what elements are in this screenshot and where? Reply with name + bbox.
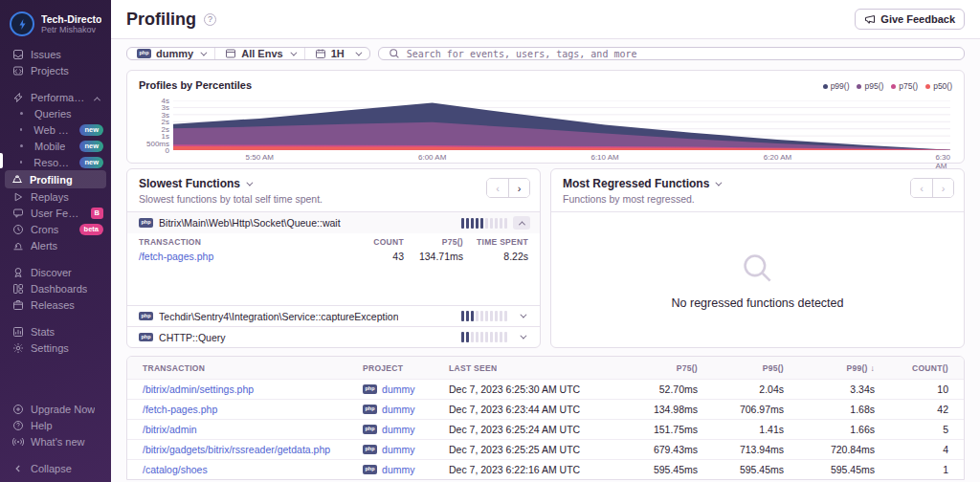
- sidebar-item-whats-new[interactable]: What's new: [0, 433, 111, 449]
- sidebar-item-alerts[interactable]: Alerts: [0, 237, 111, 253]
- project-link[interactable]: dummy: [382, 444, 414, 455]
- chevron-down-icon: [201, 49, 208, 55]
- header-p99-sorted[interactable]: P99() ↓: [784, 363, 875, 373]
- function-row[interactable]: php Techdir\Sentry4\Integration\Service:…: [127, 305, 540, 326]
- sidebar-item-projects[interactable]: Projects: [0, 62, 111, 78]
- project-selector-value: dummy: [156, 48, 193, 59]
- function-detail-header: TRANSACTION COUNT P75() TIME SPENT: [139, 235, 528, 249]
- sidebar-item-profiling[interactable]: Profiling: [5, 170, 106, 188]
- org-switcher[interactable]: Tech-Director.r... Petr Mishakov: [0, 8, 111, 46]
- org-name: Tech-Director.r...: [41, 13, 101, 25]
- sidebar-item-mobile[interactable]: Mobile new: [0, 138, 111, 154]
- sidebar-item-crons[interactable]: Crons beta: [0, 221, 111, 237]
- next-page-button[interactable]: ›: [932, 179, 953, 197]
- function-duration-bars: [461, 311, 507, 321]
- prev-page-button[interactable]: ‹: [911, 179, 932, 197]
- p99-value: 1.68s: [784, 404, 875, 415]
- expand-function-button[interactable]: [513, 331, 530, 344]
- count-value: 5: [875, 424, 948, 435]
- sidebar-item-replays[interactable]: Replays: [0, 188, 111, 205]
- search-icon: [389, 48, 400, 59]
- legend-item[interactable]: p50(): [925, 81, 952, 91]
- sidebar-item-help[interactable]: Help: [0, 417, 111, 433]
- sidebar-item-label: Alerts: [31, 240, 57, 252]
- search-input[interactable]: [407, 49, 954, 59]
- transaction-link[interactable]: /bitrix/gadgets/bitrix/rssreader/getdata…: [143, 444, 363, 455]
- sidebar-item-web-vitals[interactable]: Web Vitals new: [0, 121, 111, 138]
- transaction-link[interactable]: /fetch-pages.php: [139, 251, 361, 262]
- search-bar[interactable]: [378, 47, 965, 60]
- environment-selector[interactable]: All Envs: [214, 48, 303, 59]
- col-transaction: TRANSACTION: [139, 237, 361, 247]
- project-link[interactable]: dummy: [382, 424, 414, 435]
- collapse-function-button[interactable]: [513, 216, 530, 230]
- percentiles-plot[interactable]: 4s3s3s2s2s1s500ms0: [173, 100, 950, 150]
- sidebar-item-settings[interactable]: Settings: [0, 340, 111, 356]
- table-row: /bitrix/gadgets/bitrix/rssreader/getdata…: [127, 439, 964, 459]
- sidebar-item-discover[interactable]: Discover: [0, 264, 111, 280]
- transaction-link[interactable]: /bitrix/admin: [143, 424, 363, 435]
- header-count[interactable]: COUNT(): [875, 363, 948, 373]
- expand-function-button[interactable]: [513, 310, 530, 323]
- issues-icon: [11, 48, 24, 60]
- next-page-button[interactable]: ›: [508, 179, 529, 197]
- chevron-down-icon: [290, 49, 297, 55]
- slowest-pagination: ‹ ›: [486, 178, 530, 198]
- sidebar-item-performance[interactable]: Performance: [0, 89, 111, 105]
- p95-value: 706.97ms: [698, 404, 784, 415]
- project-selector[interactable]: php dummy: [127, 48, 214, 59]
- function-row[interactable]: php CHTTP::Query: [127, 326, 540, 347]
- chart-legend: p99()p95()p75()p50(): [823, 81, 952, 91]
- time-spent-value: 8.22s: [463, 251, 528, 262]
- prev-page-button[interactable]: ‹: [487, 179, 508, 197]
- sidebar-item-releases[interactable]: Releases: [0, 296, 111, 313]
- p75-value: 134.71ms: [404, 251, 463, 262]
- page-help-icon[interactable]: ?: [204, 13, 216, 26]
- sidebar-item-label: Replays: [31, 191, 69, 203]
- legend-item[interactable]: p95(): [857, 81, 883, 91]
- projects-icon: [11, 64, 24, 77]
- sidebar-item-label: Issues: [31, 49, 61, 60]
- sidebar-item-resources[interactable]: Resources new: [0, 154, 111, 170]
- discover-icon: [11, 266, 24, 278]
- sidebar-item-label: Resources: [33, 157, 73, 168]
- sidebar-collapse-button[interactable]: Collapse: [0, 460, 111, 476]
- performance-icon: [11, 91, 24, 103]
- project-link[interactable]: dummy: [382, 404, 414, 415]
- legend-dot-icon: [823, 84, 828, 89]
- project-link[interactable]: dummy: [382, 383, 414, 395]
- header-p75[interactable]: P75(): [592, 363, 698, 373]
- legend-item[interactable]: p75(): [891, 81, 918, 91]
- app-window: Tech-Director.r... Petr Mishakov Issues …: [0, 0, 980, 482]
- sidebar-item-issues[interactable]: Issues: [0, 46, 111, 62]
- legend-item[interactable]: p99(): [823, 81, 850, 91]
- transaction-link[interactable]: /bitrix/admin/settings.php: [143, 383, 363, 395]
- sidebar-item-upgrade-now[interactable]: Upgrade Now: [0, 401, 111, 417]
- sidebar-item-queries[interactable]: Queries: [0, 105, 111, 121]
- regressed-functions-selector[interactable]: Most Regressed Functions: [563, 177, 952, 190]
- p99-value: 1.66s: [784, 424, 875, 435]
- project-link[interactable]: dummy: [382, 464, 414, 475]
- function-name: Bitrix\Main\Web\Http\Socket\Queue::wait: [159, 217, 340, 229]
- lightning-bolt-icon: [16, 18, 29, 31]
- regressed-functions-title: Most Regressed Functions: [563, 177, 709, 190]
- function-row[interactable]: php Bitrix\Main\Web\Http\Socket\Queue::w…: [127, 212, 540, 233]
- give-feedback-button[interactable]: Give Feedback: [855, 9, 965, 30]
- transaction-link[interactable]: /fetch-pages.php: [143, 404, 363, 415]
- header-p95[interactable]: P95(): [698, 363, 784, 373]
- circle-plus-icon: [11, 403, 24, 415]
- slowest-functions-selector[interactable]: Slowest Functions: [139, 177, 528, 190]
- sidebar-item-dashboards[interactable]: Dashboards: [0, 280, 111, 296]
- transaction-link[interactable]: /catalog/shoes: [143, 464, 363, 475]
- feedback-bubble-icon: [11, 207, 24, 219]
- date-range-selector[interactable]: 1H: [304, 48, 369, 59]
- sidebar-item-label: Queries: [34, 108, 72, 120]
- slowest-functions-panel: Slowest Functions Slowest functions by t…: [126, 168, 541, 348]
- page-title: Profiling: [126, 10, 196, 30]
- sidebar-item-label: Dashboards: [31, 283, 87, 295]
- p99-value: 3.34s: [784, 383, 875, 395]
- transactions-table: TRANSACTION PROJECT LAST SEEN P75() P95(…: [126, 356, 965, 480]
- sidebar-item-user-feedback[interactable]: User Feedback B: [0, 205, 111, 221]
- sidebar-item-stats[interactable]: Stats: [0, 323, 111, 340]
- x-tick-label: 5:50 AM: [246, 153, 274, 162]
